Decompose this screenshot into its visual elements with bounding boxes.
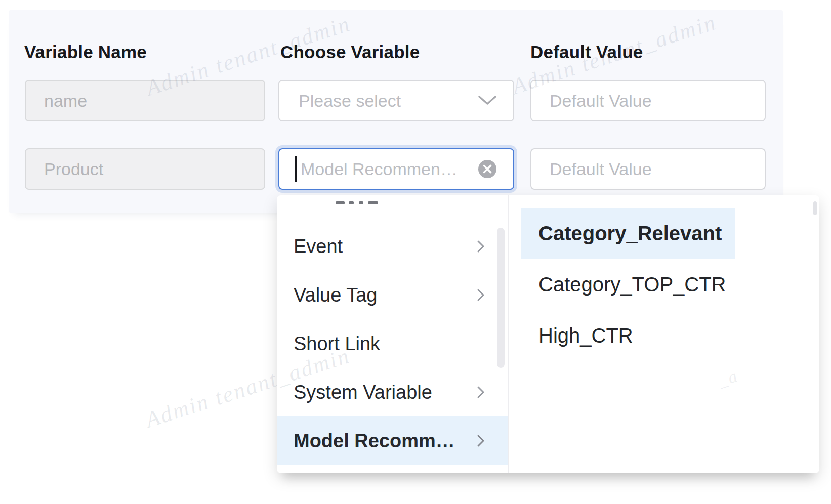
menu-item-system-variable[interactable]: System Variable [277,368,508,416]
cascader-dropdown: Event Value Tag Short Link System Variab… [277,195,819,473]
menu-item-value-tag[interactable]: Value Tag [277,271,508,319]
submenu-item-category-top-ctr[interactable]: Category_TOP_CTR [521,259,735,310]
cascader-menu-level1: Event Value Tag Short Link System Variab… [277,195,509,473]
choose-variable-header: Choose Variable [280,42,420,62]
variable-form-panel: Variable Name Choose Variable Default Va… [9,10,783,213]
default-value-input-row2[interactable] [530,148,766,190]
variable-name-input-row2[interactable] [25,148,265,190]
chevron-right-icon [477,239,485,254]
menu2-scrollbar-thumb[interactable] [813,201,817,215]
clear-selection-button[interactable] [478,159,497,179]
cascader-menu-level2: Category_Relevant Category_TOP_CTR High_… [509,195,818,473]
submenu-item-category-relevant[interactable]: Category_Relevant [521,208,735,259]
screen: Variable Name Choose Variable Default Va… [0,0,831,504]
variable-name-header: Variable Name [24,42,147,62]
menu-item-model-recommend[interactable]: Model Recomm… [277,416,508,465]
chevron-right-icon [477,433,485,448]
select-value: Model Recommen… [301,159,458,179]
menu-item-event[interactable]: Event [277,222,508,271]
select-placeholder: Please select [299,91,401,111]
menu1-scrollbar-thumb[interactable] [497,228,505,368]
choose-variable-select-row1[interactable]: Please select [278,80,514,121]
variable-name-input-row1[interactable] [25,80,265,121]
default-value-header: Default Value [530,42,643,62]
submenu-item-high-ctr[interactable]: High_CTR [521,310,735,361]
menu-item-short-link[interactable]: Short Link [277,319,508,368]
choose-variable-select-row2[interactable]: Model Recommen… [278,148,514,190]
chevron-down-icon [478,95,497,106]
chevron-right-icon [477,385,485,400]
chevron-right-icon [477,287,485,303]
default-value-input-row1[interactable] [530,80,766,121]
circle-x-icon [478,159,497,179]
text-cursor [295,156,297,182]
